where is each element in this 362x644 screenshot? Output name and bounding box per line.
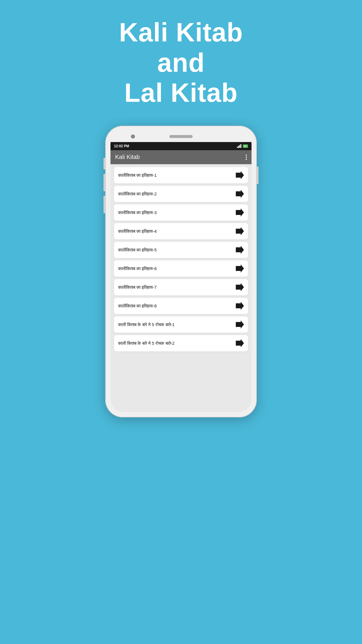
arrow-right-icon — [236, 321, 244, 329]
arrow-right-icon — [236, 227, 244, 235]
battery-icon: 81 — [243, 144, 248, 148]
front-camera — [131, 134, 135, 139]
list-item[interactable]: कालीकिताब का इतिहास-8 — [114, 298, 248, 314]
list-item-text: कालीकिताब का इतिहास-8 — [118, 303, 233, 309]
list-item-text: काली किताब के बारे मे 5 रोचक बाते-2 — [118, 341, 233, 346]
signal-icon — [237, 144, 241, 148]
list-item-text: कालीकिताब का इतिहास-3 — [118, 210, 233, 215]
list-item[interactable]: कालीकिताब का इतिहास-1 — [114, 167, 248, 183]
list-item-text: कालीकिताब का इतिहास-4 — [118, 229, 233, 234]
phone-top-chrome — [110, 131, 252, 142]
list-item[interactable]: कालीकिताब का इतिहास-5 — [114, 242, 248, 258]
list-item-text: कालीकिताब का इतिहास-2 — [118, 191, 233, 197]
title-line1: Kali Kitab — [119, 18, 243, 47]
status-bar: 12:02 PM 81 — [110, 142, 252, 150]
list-item-text: काली किताब के बारे मे 5 रोचक बाते-1 — [118, 322, 233, 327]
list-item[interactable]: कालीकिताब का इतिहास-6 — [114, 260, 248, 277]
status-time: 12:02 PM — [114, 144, 129, 148]
arrow-right-icon — [236, 246, 244, 254]
phone-screen: 12:02 PM 81 Kali Kitab — [110, 131, 252, 412]
app-bar-title: Kali Kitab — [115, 154, 140, 160]
arrow-right-icon — [236, 190, 244, 198]
arrow-right-icon — [236, 283, 244, 291]
status-right: 81 — [237, 144, 248, 148]
list-item[interactable]: काली किताब के बारे मे 5 रोचक बाते-1 — [114, 316, 248, 333]
list-item[interactable]: काली किताब के बारे मे 5 रोचक बाते-2 — [114, 335, 248, 351]
list-item-text: कालीकिताब का इतिहास-1 — [118, 173, 233, 178]
list-item-text: कालीकिताब का इतिहास-6 — [118, 266, 233, 271]
arrow-right-icon — [236, 265, 244, 273]
list-item-text: कालीकिताब का इतिहास-5 — [118, 247, 233, 253]
phone-mockup: 12:02 PM 81 Kali Kitab — [105, 126, 257, 417]
silent-button — [103, 158, 105, 169]
dot3 — [246, 159, 247, 160]
power-button — [257, 167, 259, 184]
arrow-right-icon — [236, 302, 244, 310]
speaker — [169, 135, 193, 138]
list-item[interactable]: कालीकिताब का इतिहास-3 — [114, 204, 248, 221]
arrow-right-icon — [236, 339, 244, 347]
title-line2: and — [157, 48, 205, 77]
list-item[interactable]: कालीकिताब का इतिहास-2 — [114, 186, 248, 202]
phone-outer: 12:02 PM 81 Kali Kitab — [105, 126, 257, 417]
volume-up-button — [103, 174, 105, 191]
page-title: Kali Kitab and Lal Kitab — [119, 18, 243, 108]
dot1 — [246, 155, 247, 156]
list-item-text: कालीकिताब का इतिहास-7 — [118, 285, 233, 290]
overflow-menu-button[interactable] — [246, 155, 247, 160]
arrow-right-icon — [236, 209, 244, 217]
list-item[interactable]: कालीकिताब का इतिहास-7 — [114, 279, 248, 295]
volume-down-button — [103, 196, 105, 213]
arrow-right-icon — [236, 171, 244, 179]
content-list: कालीकिताब का इतिहास-1कालीकिताब का इतिहास… — [110, 164, 252, 412]
dot2 — [246, 157, 247, 158]
app-bar: Kali Kitab — [110, 150, 252, 164]
title-line3: Lal Kitab — [124, 78, 238, 107]
list-item[interactable]: कालीकिताब का इतिहास-4 — [114, 223, 248, 239]
